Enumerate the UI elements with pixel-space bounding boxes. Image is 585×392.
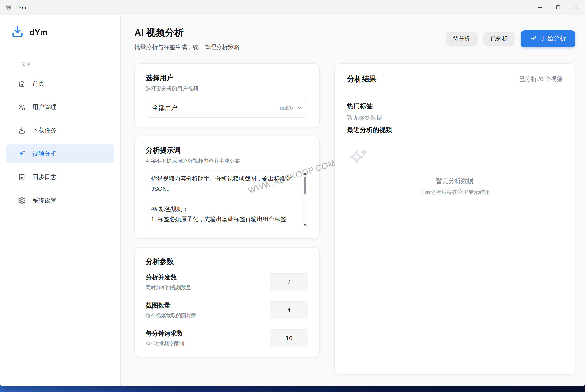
param-row-concurrency: 分析并发数 同时分析的视频数量 [146,273,308,291]
log-icon [18,173,26,181]
menu-section-label: 菜单 [21,61,120,68]
minimize-button[interactable] [531,0,549,15]
sidebar-item-label: 首页 [32,80,45,88]
analyzed-filter-button[interactable]: 已分析 [483,32,515,45]
sparkles-icon [530,35,537,42]
select-value: 全部用户 [152,104,280,112]
sidebar: dYm 菜单 首页 用户管理 [0,15,121,386]
param-row-rate-limit: 每分钟请求数 API请求频率限制 [146,329,308,347]
home-icon [18,80,26,88]
rate-limit-input[interactable] [270,329,308,347]
empty-state-title: 暂无分析数据 [347,140,562,185]
param-hint: API请求频率限制 [146,340,184,347]
titlebar: dYm [0,0,585,15]
prompt-card: 分析提示词 AI将根据提示词分析视频内容并生成标签 你是视频内容分析助手。分析视… [134,136,320,239]
main-content: AI 视频分析 批量分析与标签生成，统一管理分析策略 待分析 已分析 开始分析 [121,15,585,386]
minimize-icon [538,5,542,10]
close-button[interactable] [567,0,585,15]
sidebar-item-label: 视频分析 [32,150,57,158]
sidebar-menu: 首页 用户管理 下载任务 [0,70,120,214]
recent-videos-title: 最近分析的视频 [347,126,562,134]
gear-icon [18,196,26,204]
window-controls [531,0,585,15]
chevron-down-icon [296,105,303,111]
sidebar-item-user-management[interactable]: 用户管理 [6,97,114,117]
logo-text: dYm [30,28,47,37]
scroll-up-icon[interactable] [303,172,307,175]
hot-tags-empty-text: 暂无标签数据 [347,114,562,122]
analyzed-count: 已分析 /0 个视频 [519,75,562,83]
window-title: dYm [16,4,26,10]
results-card: 分析结果 已分析 /0 个视频 热门标签 暂无标签数据 最近分析的视频 暂无分析… [334,64,575,375]
param-row-screenshots: 截图数量 每个视频截取的图片数 [146,301,308,319]
sidebar-item-video-analysis[interactable]: 视频分析 [6,144,114,164]
start-analysis-button[interactable]: 开始分析 [521,30,575,47]
param-hint: 同时分析的视频数量 [146,284,191,291]
close-icon [574,5,578,10]
app-window: dYm dYm [0,0,585,386]
sidebar-item-settings[interactable]: 系统设置 [6,191,114,210]
param-label: 分析并发数 [146,274,191,282]
select-count: null/0 [280,105,293,111]
sidebar-item-label: 同步日志 [32,173,57,181]
params-card: 分析参数 分析并发数 同时分析的视频数量 截图数量 [134,247,320,357]
prompt-textarea[interactable]: 你是视频内容分析助手。分析视频帧截图，输出标准化JSON。 ## 标签规则： 1… [146,170,308,228]
scrollbar-thumb[interactable] [304,177,306,194]
download-logo-icon [11,25,24,40]
user-select-card: 选择用户 选择要分析的用户视频 全部用户 null/0 [134,64,320,127]
user-select-dropdown[interactable]: 全部用户 null/0 [146,98,308,118]
page-header: AI 视频分析 批量分析与标签生成，统一管理分析策略 待分析 已分析 开始分析 [121,15,585,58]
scroll-down-icon[interactable] [303,224,307,226]
start-analysis-label: 开始分析 [541,35,566,43]
sidebar-item-download-tasks[interactable]: 下载任务 [6,121,114,140]
screenshot-count-input[interactable] [270,301,308,319]
card-title: 选择用户 [146,73,308,82]
hot-tags-title: 热门标签 [347,102,562,110]
download-icon [18,126,26,134]
card-title: 分析参数 [146,257,308,266]
param-label: 每分钟请求数 [146,330,184,338]
desktop: dYm dYm [0,0,585,392]
textarea-scrollbar[interactable] [302,170,308,228]
page-subtitle: 批量分析与标签生成，统一管理分析策略 [134,44,240,51]
maximize-icon [556,5,560,10]
sidebar-item-label: 下载任务 [32,126,57,134]
empty-state-subtitle: 开始分析后将在这里显示结果 [347,189,562,196]
card-subtitle: AI将根据提示词分析视频内容并生成标签 [146,158,308,165]
sidebar-item-home[interactable]: 首页 [6,74,114,94]
card-title: 分析提示词 [146,146,308,155]
sparkles-icon [347,148,369,171]
param-hint: 每个视频截取的图片数 [146,312,196,319]
concurrency-input[interactable] [270,273,308,291]
users-icon [18,103,26,111]
app-wolf-icon [6,4,12,11]
sidebar-item-label: 系统设置 [32,196,57,204]
sidebar-item-label: 用户管理 [32,103,57,111]
pending-filter-button[interactable]: 待分析 [446,32,477,45]
sparkles-icon [18,150,26,158]
param-label: 截图数量 [146,302,196,310]
app-logo: dYm [0,15,120,50]
sidebar-item-sync-logs[interactable]: 同步日志 [6,168,114,187]
card-subtitle: 选择要分析的用户视频 [146,85,308,92]
empty-state: 暂无分析数据 开始分析后将在这里显示结果 [347,140,562,233]
page-title: AI 视频分析 [134,26,240,39]
maximize-button[interactable] [549,0,567,15]
results-title: 分析结果 [347,74,377,84]
